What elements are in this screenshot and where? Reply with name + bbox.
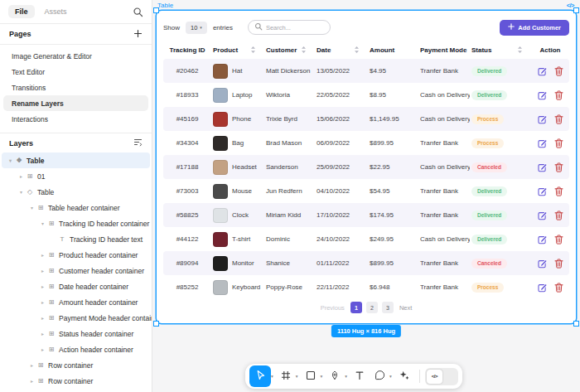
sidebar-page-item[interactable]: Text Editor: [3, 64, 148, 80]
column-header[interactable]: Action: [531, 46, 569, 54]
search-input[interactable]: [266, 24, 326, 31]
layer-item[interactable]: ▾ ⊞ Tracking ID header container: [2, 215, 150, 231]
sort-icon[interactable]: [517, 46, 523, 54]
chevron-icon[interactable]: ▾: [28, 205, 36, 211]
pagination-previous[interactable]: Previous: [321, 304, 345, 312]
frame-label[interactable]: Table: [157, 2, 173, 9]
delete-button[interactable]: [554, 186, 563, 196]
tab-file[interactable]: File: [8, 5, 35, 18]
chevron-down-icon[interactable]: ▾: [271, 374, 273, 379]
chevron-down-icon[interactable]: ▾: [389, 374, 392, 379]
delete-button[interactable]: [554, 211, 563, 220]
edit-button[interactable]: [538, 114, 548, 124]
chevron-icon[interactable]: ▾: [7, 157, 14, 163]
column-header[interactable]: Tracking ID: [163, 46, 211, 54]
chevron-icon[interactable]: ▸: [28, 362, 36, 368]
layer-item[interactable]: ▸ ⊞ Row container: [2, 389, 150, 392]
column-header[interactable]: Status: [470, 46, 531, 54]
column-header[interactable]: Product: [211, 46, 264, 54]
layer-item[interactable]: ▸ ⊞ Action header container: [2, 341, 150, 357]
sidebar-page-item[interactable]: Interactions: [3, 111, 148, 127]
layer-item[interactable]: ▸ ⊞ Row container: [2, 357, 150, 373]
comment-tool[interactable]: [370, 365, 389, 387]
pagination-page-button[interactable]: 1: [350, 302, 362, 313]
chevron-icon[interactable]: ▸: [39, 283, 46, 289]
layer-item[interactable]: ▸ ⊞ Status header container: [2, 326, 150, 341]
layer-item[interactable]: ▸ ⊞ Product header container: [2, 247, 150, 263]
sidebar-page-item[interactable]: Transitions: [3, 80, 148, 95]
pen-tool[interactable]: [325, 365, 345, 387]
sidebar-page-item[interactable]: Image Generator & Editor: [3, 48, 148, 64]
layer-item[interactable]: ▸ ⊞ Payment Mode header container: [2, 310, 150, 326]
text-tool[interactable]: [350, 365, 370, 387]
column-header[interactable]: Date: [315, 46, 368, 54]
add-page-button[interactable]: [133, 29, 143, 40]
table-search[interactable]: [248, 20, 331, 35]
page-size-select[interactable]: 10 ▾: [186, 22, 207, 34]
chevron-down-icon[interactable]: ▾: [345, 374, 347, 379]
sort-icon[interactable]: [250, 46, 256, 54]
edit-button[interactable]: [538, 90, 548, 100]
chevron-down-icon[interactable]: ▾: [321, 374, 323, 379]
actions-tool[interactable]: [394, 365, 414, 387]
chevron-icon[interactable]: ▾: [17, 189, 25, 195]
chevron-icon[interactable]: ▾: [39, 220, 46, 226]
delete-button[interactable]: [554, 259, 563, 269]
edit-button[interactable]: [538, 211, 548, 220]
edit-button[interactable]: [538, 162, 548, 172]
delete-button[interactable]: [554, 235, 563, 244]
delete-button[interactable]: [554, 138, 563, 148]
delete-button[interactable]: [554, 114, 563, 124]
table-frame[interactable]: Show 10 ▾ entries Add Customer Tracking …: [157, 11, 576, 323]
layers-options-icon[interactable]: [133, 138, 143, 148]
sidebar-page-item[interactable]: Rename Layers: [3, 95, 148, 111]
selection-handle[interactable]: [573, 321, 579, 327]
edit-button[interactable]: [538, 138, 548, 148]
sort-icon[interactable]: [301, 46, 307, 54]
chevron-icon[interactable]: ▸: [39, 315, 46, 321]
layer-item[interactable]: ▸ ⊞ Amount header container: [2, 294, 150, 310]
layer-item[interactable]: ▾ ◇ Table: [2, 184, 150, 200]
pagination-page-button[interactable]: 2: [366, 302, 378, 313]
dev-mode-toggle[interactable]: </>: [425, 368, 458, 385]
delete-button[interactable]: [554, 90, 563, 100]
edit-button[interactable]: [538, 259, 548, 269]
delete-button[interactable]: [554, 162, 563, 172]
delete-button[interactable]: [554, 283, 563, 293]
add-customer-button[interactable]: Add Customer: [500, 20, 569, 36]
layer-item[interactable]: ▸ ⊞ 01: [2, 168, 150, 184]
layer-item[interactable]: ▾ ⊞ Table header container: [2, 200, 150, 215]
chevron-icon[interactable]: ▸: [28, 378, 36, 384]
layer-item[interactable]: ▸ ⊞ Row container: [2, 373, 150, 389]
layer-item[interactable]: ▾ ❖ Table: [2, 152, 150, 168]
design-canvas[interactable]: Table </> Show 10 ▾ entries Ad: [153, 0, 580, 392]
column-header[interactable]: Amount: [368, 46, 418, 54]
move-tool[interactable]: [249, 365, 271, 387]
chevron-icon[interactable]: ▸: [39, 331, 46, 336]
chevron-icon[interactable]: ▸: [39, 268, 46, 273]
chevron-icon[interactable]: ▸: [39, 299, 46, 305]
pagination-page-button[interactable]: 3: [382, 302, 394, 313]
column-header[interactable]: Payment Mode: [418, 46, 470, 54]
layer-item[interactable]: T Tracking ID header text: [2, 231, 150, 247]
edit-button[interactable]: [538, 186, 548, 196]
chevron-icon[interactable]: ▸: [39, 252, 46, 258]
selection-handle[interactable]: [573, 7, 579, 13]
chevron-icon[interactable]: ▸: [17, 173, 25, 179]
edit-button[interactable]: [538, 283, 548, 293]
layer-item[interactable]: ▸ ⊞ Date header container: [2, 278, 150, 294]
edit-button[interactable]: [538, 66, 548, 76]
chevron-icon[interactable]: ▸: [39, 346, 46, 352]
selection-handle[interactable]: [153, 7, 159, 13]
frame-tool[interactable]: [276, 365, 296, 387]
pagination-next[interactable]: Next: [399, 304, 412, 312]
edit-button[interactable]: [538, 235, 548, 244]
tab-assets[interactable]: Assets: [45, 7, 67, 16]
chevron-down-icon[interactable]: ▾: [296, 374, 298, 379]
column-header[interactable]: Customer: [264, 46, 315, 54]
shape-tool[interactable]: [301, 365, 321, 387]
delete-button[interactable]: [554, 66, 563, 76]
selection-handle[interactable]: [153, 321, 159, 327]
sort-icon[interactable]: [354, 46, 360, 54]
layer-item[interactable]: ▸ ⊞ Customer header container: [2, 263, 150, 278]
